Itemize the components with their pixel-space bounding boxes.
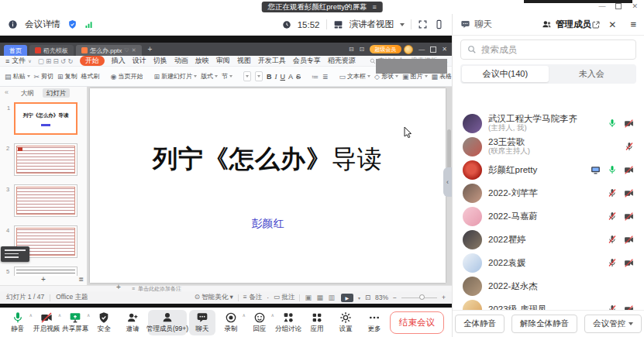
video-options-caret[interactable]: ∧ xyxy=(58,312,61,318)
mute-all-button[interactable]: 全体静音 xyxy=(455,315,505,333)
smart-beautify-button[interactable]: ⊙ 智能美化 ▾ xyxy=(195,293,233,302)
wps-tab-home[interactable]: 首页 xyxy=(4,45,27,56)
outline-tab[interactable]: 大纲 xyxy=(17,88,38,98)
favorite-doc-icon[interactable]: ♡ xyxy=(124,47,129,53)
comments-toggle[interactable]: ▭ 批注 xyxy=(274,293,294,302)
wps-account-avatar[interactable] xyxy=(404,45,413,54)
breakout-rooms-button[interactable]: 分组讨论 xyxy=(275,310,301,335)
mobile-device-icon[interactable] xyxy=(434,19,444,29)
align-text-icon[interactable]: ≣ xyxy=(322,73,329,81)
copy-button[interactable]: ⊞复制 xyxy=(57,72,77,81)
menu-transition[interactable]: 切换 xyxy=(153,56,167,66)
window-layout-icon[interactable]: ⊡ xyxy=(360,46,365,53)
font-color-icon[interactable]: A xyxy=(288,73,293,81)
menu-vip[interactable]: 会员专享 xyxy=(293,56,321,66)
chat-button[interactable]: 聊天 xyxy=(189,310,215,335)
underline-icon[interactable]: U xyxy=(281,73,286,81)
banner-menu-icon[interactable]: ≡ xyxy=(373,2,377,12)
font-family-select[interactable] xyxy=(243,71,251,81)
share-options-caret[interactable]: ∧ xyxy=(87,312,90,318)
mic-muted-icon[interactable] xyxy=(608,211,617,221)
notes-toggle[interactable]: ≡ 备注 xyxy=(243,293,262,302)
more-button[interactable]: 更多 xyxy=(361,310,387,335)
new-slide-plus-icon[interactable]: + xyxy=(116,284,121,291)
format-painter-button[interactable]: 格式刷 xyxy=(81,72,100,81)
camera-off-icon[interactable] xyxy=(624,304,634,311)
network-signal-icon[interactable] xyxy=(84,20,94,29)
font-size-select[interactable] xyxy=(255,71,263,81)
tab-not-joined[interactable]: 未入会 xyxy=(549,66,635,82)
record-button[interactable]: 录制 ∧ xyxy=(218,310,244,335)
fit-zoom-icon[interactable]: ⊡ xyxy=(365,294,370,301)
member-row[interactable]: 2023级-庞现凤 xyxy=(453,297,644,310)
layout-button[interactable]: 版式 xyxy=(201,72,218,81)
mic-muted-icon[interactable] xyxy=(625,142,634,151)
end-meeting-button[interactable]: 结束会议 xyxy=(390,311,444,334)
mic-muted-icon[interactable] xyxy=(608,258,617,267)
member-row[interactable]: 2022袁媛 xyxy=(453,251,644,274)
current-slide[interactable]: 列宁《怎么办》导读 彭颜红 xyxy=(90,88,446,283)
mic-muted-icon[interactable] xyxy=(608,188,617,198)
zoom-slider[interactable] xyxy=(401,297,437,298)
wps-maximize-icon[interactable] xyxy=(430,46,436,53)
menu-start[interactable]: 开始 xyxy=(80,56,105,66)
mic-muted-icon[interactable] xyxy=(608,235,617,244)
record-options-caret[interactable]: ∧ xyxy=(242,312,245,318)
menu-docer-resources[interactable]: 稻壳资源 xyxy=(328,56,356,66)
add-slide-icon[interactable]: + xyxy=(41,275,46,284)
slideshow-play-button[interactable]: ▶ xyxy=(341,294,353,302)
menu-devtools[interactable]: 开发工具 xyxy=(258,56,286,66)
meeting-details-link[interactable]: 会议详情 xyxy=(25,19,60,30)
camera-off-icon[interactable] xyxy=(624,188,634,198)
reactions-options-caret[interactable]: ∧ xyxy=(270,312,274,318)
paste-button[interactable]: ▤粘贴 xyxy=(5,72,30,81)
mute-button[interactable]: 静音 ∧ xyxy=(5,310,31,335)
maximize-button[interactable] xyxy=(615,3,622,9)
mic-muted-icon[interactable] xyxy=(608,304,617,310)
zoom-slider-knob[interactable] xyxy=(419,294,425,300)
start-video-button[interactable]: 开启视频 ∧ xyxy=(33,310,60,335)
member-row[interactable]: 武汉工程大学马院李齐 (主持人, 我) xyxy=(453,112,644,135)
member-row[interactable]: 彭颜红pretty xyxy=(453,158,644,181)
member-row[interactable]: 2022-刘芊芊 xyxy=(453,181,644,205)
italic-icon[interactable]: I xyxy=(275,73,277,81)
menu-slideshow[interactable]: 放映 xyxy=(195,56,209,66)
menu-design[interactable]: 设计 xyxy=(133,56,146,66)
menu-insert[interactable]: 插入 xyxy=(112,56,126,66)
invite-button[interactable]: 邀请 xyxy=(119,310,146,335)
meeting-control-button[interactable]: 会议管控 xyxy=(584,315,642,333)
member-search-input[interactable]: 搜索成员 xyxy=(460,40,636,60)
manage-members-button[interactable]: 管理成员(99+) xyxy=(148,310,187,335)
close-doc-icon[interactable]: ✕ xyxy=(132,47,136,53)
apps-button[interactable]: 应用 xyxy=(304,310,330,335)
minimize-button[interactable]: — xyxy=(598,2,605,10)
tab-in-meeting[interactable]: 会议中(140) xyxy=(462,66,549,82)
slide-thumbnail-3[interactable]: 3 xyxy=(14,184,77,217)
notes-bar[interactable]: + ≡单击此处添加备注 xyxy=(0,285,452,291)
wps-tab-document[interactable]: 怎么办.pptx ♡ ✕ xyxy=(76,45,142,56)
close-window-button[interactable]: ✕ xyxy=(632,2,638,10)
member-row[interactable]: 2022-赵永杰 xyxy=(453,274,644,297)
play-from-current-button[interactable]: ◉当页开始 xyxy=(111,72,143,81)
fullscreen-icon[interactable] xyxy=(418,19,428,29)
view-mode-selector[interactable]: 演讲者视图 xyxy=(350,19,394,30)
strikethrough-icon[interactable]: S xyxy=(296,73,301,81)
bullet-list-icon[interactable]: ≔ xyxy=(312,73,319,81)
panel-menu-icon[interactable]: ≡ xyxy=(630,19,636,30)
share-screen-button[interactable]: 共享屏幕 ∧ xyxy=(62,310,88,335)
member-row[interactable]: 2022-马嘉蔚 xyxy=(453,205,644,228)
tab-manage-members[interactable]: 管理成员 xyxy=(542,19,591,30)
popout-panel-icon[interactable] xyxy=(591,20,601,29)
vip-membership-button[interactable]: 超级会员 xyxy=(370,45,401,53)
wps-close-icon[interactable]: ✕ xyxy=(442,46,447,53)
menu-review[interactable]: 审阅 xyxy=(216,56,230,66)
shield-check-icon[interactable] xyxy=(67,19,77,29)
textbox-button[interactable]: ▭文本框 xyxy=(339,72,371,81)
split-view-icon[interactable]: ⊟ xyxy=(349,46,354,53)
mute-options-caret[interactable]: ∧ xyxy=(29,312,33,318)
unmute-all-button[interactable]: 解除全体静音 xyxy=(511,315,577,333)
quick-access-toolbar[interactable]: ▢ ⊞ ⊟ ↺ ↻ xyxy=(38,57,74,65)
section-button[interactable]: 节 xyxy=(222,72,232,81)
close-panel-icon[interactable]: ✕ xyxy=(608,19,616,30)
panel-collapse-handle[interactable]: ‹ xyxy=(443,167,452,197)
